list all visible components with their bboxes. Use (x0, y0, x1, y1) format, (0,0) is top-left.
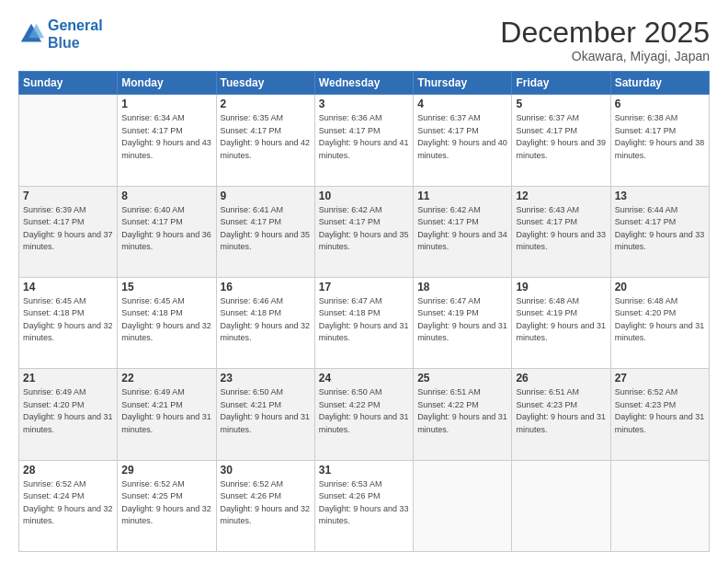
col-header-friday: Friday (512, 72, 610, 95)
calendar-cell: 19Sunrise: 6:48 AMSunset: 4:19 PMDayligh… (512, 277, 610, 368)
day-number: 25 (417, 372, 507, 385)
calendar-cell (414, 460, 512, 551)
col-header-sunday: Sunday (19, 72, 118, 95)
day-number: 24 (319, 372, 409, 385)
calendar-cell (512, 460, 610, 551)
location: Okawara, Miyagi, Japan (500, 49, 710, 63)
logo-general: General (48, 17, 103, 33)
logo: General Blue (18, 17, 103, 52)
day-info: Sunrise: 6:51 AMSunset: 4:22 PMDaylight:… (417, 386, 507, 436)
calendar-cell: 31Sunrise: 6:53 AMSunset: 4:26 PMDayligh… (314, 460, 413, 551)
calendar-cell: 18Sunrise: 6:47 AMSunset: 4:19 PMDayligh… (414, 277, 512, 368)
day-number: 14 (23, 281, 113, 293)
calendar-cell: 8Sunrise: 6:40 AMSunset: 4:17 PMDaylight… (118, 186, 216, 277)
day-info: Sunrise: 6:43 AMSunset: 4:17 PMDaylight:… (516, 204, 606, 254)
calendar-cell: 17Sunrise: 6:47 AMSunset: 4:18 PMDayligh… (314, 277, 413, 368)
col-header-monday: Monday (118, 72, 216, 95)
calendar-week-2: 7Sunrise: 6:39 AMSunset: 4:17 PMDaylight… (19, 186, 710, 277)
day-info: Sunrise: 6:53 AMSunset: 4:26 PMDaylight:… (319, 478, 409, 528)
day-info: Sunrise: 6:41 AMSunset: 4:17 PMDaylight:… (221, 204, 311, 254)
calendar-cell: 22Sunrise: 6:49 AMSunset: 4:21 PMDayligh… (118, 369, 216, 460)
logo-icon (18, 21, 44, 47)
day-number: 12 (516, 190, 606, 202)
day-info: Sunrise: 6:45 AMSunset: 4:18 PMDaylight:… (121, 295, 211, 345)
calendar-cell: 25Sunrise: 6:51 AMSunset: 4:22 PMDayligh… (414, 369, 512, 460)
day-number: 19 (516, 281, 606, 293)
day-number: 21 (23, 372, 113, 385)
day-info: Sunrise: 6:42 AMSunset: 4:17 PMDaylight:… (417, 204, 507, 254)
calendar-cell: 2Sunrise: 6:35 AMSunset: 4:17 PMDaylight… (216, 95, 314, 186)
calendar-week-4: 21Sunrise: 6:49 AMSunset: 4:20 PMDayligh… (19, 369, 710, 460)
calendar-cell: 6Sunrise: 6:38 AMSunset: 4:17 PMDaylight… (610, 95, 709, 186)
header: General Blue December 2025 Okawara, Miya… (18, 17, 710, 63)
col-header-tuesday: Tuesday (216, 72, 314, 95)
day-info: Sunrise: 6:52 AMSunset: 4:25 PMDaylight:… (121, 478, 211, 528)
day-number: 16 (221, 281, 311, 293)
day-info: Sunrise: 6:52 AMSunset: 4:23 PMDaylight:… (615, 386, 705, 436)
day-info: Sunrise: 6:50 AMSunset: 4:22 PMDaylight:… (319, 386, 409, 436)
day-info: Sunrise: 6:44 AMSunset: 4:17 PMDaylight:… (615, 204, 705, 254)
day-number: 10 (319, 190, 409, 202)
day-number: 9 (221, 190, 311, 202)
day-number: 28 (23, 464, 113, 477)
day-number: 2 (221, 98, 311, 110)
calendar: SundayMondayTuesdayWednesdayThursdayFrid… (18, 71, 710, 552)
day-number: 1 (121, 98, 211, 110)
calendar-cell: 30Sunrise: 6:52 AMSunset: 4:26 PMDayligh… (216, 460, 314, 551)
calendar-cell: 20Sunrise: 6:48 AMSunset: 4:20 PMDayligh… (610, 277, 709, 368)
day-number: 29 (121, 464, 211, 477)
day-info: Sunrise: 6:36 AMSunset: 4:17 PMDaylight:… (319, 112, 409, 162)
day-info: Sunrise: 6:45 AMSunset: 4:18 PMDaylight:… (23, 295, 113, 345)
calendar-cell: 29Sunrise: 6:52 AMSunset: 4:25 PMDayligh… (118, 460, 216, 551)
calendar-cell: 15Sunrise: 6:45 AMSunset: 4:18 PMDayligh… (118, 277, 216, 368)
day-number: 18 (417, 281, 507, 293)
day-info: Sunrise: 6:42 AMSunset: 4:17 PMDaylight:… (319, 204, 409, 254)
calendar-cell: 12Sunrise: 6:43 AMSunset: 4:17 PMDayligh… (512, 186, 610, 277)
day-info: Sunrise: 6:48 AMSunset: 4:20 PMDaylight:… (615, 295, 705, 345)
col-header-wednesday: Wednesday (314, 72, 413, 95)
calendar-cell: 9Sunrise: 6:41 AMSunset: 4:17 PMDaylight… (216, 186, 314, 277)
page: General Blue December 2025 Okawara, Miya… (0, 0, 728, 563)
day-number: 26 (516, 372, 606, 385)
day-info: Sunrise: 6:47 AMSunset: 4:18 PMDaylight:… (319, 295, 409, 345)
calendar-cell: 14Sunrise: 6:45 AMSunset: 4:18 PMDayligh… (19, 277, 118, 368)
day-number: 31 (319, 464, 409, 477)
calendar-header-row: SundayMondayTuesdayWednesdayThursdayFrid… (19, 72, 710, 95)
col-header-saturday: Saturday (610, 72, 709, 95)
calendar-cell: 7Sunrise: 6:39 AMSunset: 4:17 PMDaylight… (19, 186, 118, 277)
calendar-week-3: 14Sunrise: 6:45 AMSunset: 4:18 PMDayligh… (19, 277, 710, 368)
day-number: 8 (121, 190, 211, 202)
calendar-cell: 1Sunrise: 6:34 AMSunset: 4:17 PMDaylight… (118, 95, 216, 186)
day-info: Sunrise: 6:48 AMSunset: 4:19 PMDaylight:… (516, 295, 606, 345)
day-info: Sunrise: 6:39 AMSunset: 4:17 PMDaylight:… (23, 204, 113, 254)
day-number: 23 (221, 372, 311, 385)
calendar-cell: 16Sunrise: 6:46 AMSunset: 4:18 PMDayligh… (216, 277, 314, 368)
day-info: Sunrise: 6:49 AMSunset: 4:21 PMDaylight:… (121, 386, 211, 436)
calendar-cell: 13Sunrise: 6:44 AMSunset: 4:17 PMDayligh… (610, 186, 709, 277)
day-number: 15 (121, 281, 211, 293)
calendar-week-5: 28Sunrise: 6:52 AMSunset: 4:24 PMDayligh… (19, 460, 710, 551)
day-number: 5 (516, 98, 606, 110)
day-number: 17 (319, 281, 409, 293)
calendar-cell: 27Sunrise: 6:52 AMSunset: 4:23 PMDayligh… (610, 369, 709, 460)
calendar-cell: 3Sunrise: 6:36 AMSunset: 4:17 PMDaylight… (314, 95, 413, 186)
logo-blue: Blue (48, 35, 80, 51)
day-number: 4 (417, 98, 507, 110)
day-info: Sunrise: 6:34 AMSunset: 4:17 PMDaylight:… (121, 112, 211, 162)
day-info: Sunrise: 6:37 AMSunset: 4:17 PMDaylight:… (417, 112, 507, 162)
calendar-cell: 23Sunrise: 6:50 AMSunset: 4:21 PMDayligh… (216, 369, 314, 460)
title-block: December 2025 Okawara, Miyagi, Japan (500, 17, 710, 63)
calendar-cell: 10Sunrise: 6:42 AMSunset: 4:17 PMDayligh… (314, 186, 413, 277)
day-number: 22 (121, 372, 211, 385)
day-number: 7 (23, 190, 113, 202)
day-number: 13 (615, 190, 705, 202)
calendar-cell: 24Sunrise: 6:50 AMSunset: 4:22 PMDayligh… (314, 369, 413, 460)
calendar-cell: 4Sunrise: 6:37 AMSunset: 4:17 PMDaylight… (414, 95, 512, 186)
day-info: Sunrise: 6:40 AMSunset: 4:17 PMDaylight:… (121, 204, 211, 254)
day-number: 11 (417, 190, 507, 202)
calendar-cell: 26Sunrise: 6:51 AMSunset: 4:23 PMDayligh… (512, 369, 610, 460)
day-number: 30 (221, 464, 311, 477)
day-number: 20 (615, 281, 705, 293)
day-info: Sunrise: 6:38 AMSunset: 4:17 PMDaylight:… (615, 112, 705, 162)
calendar-cell (19, 95, 118, 186)
